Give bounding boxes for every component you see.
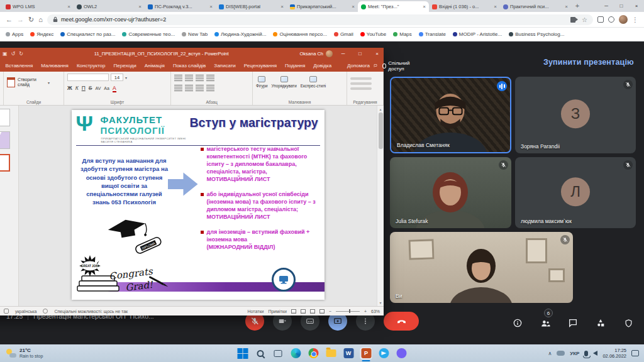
ribbon-tab[interactable]: Вставлення [1,63,37,69]
redo-icon[interactable]: ↻ [19,51,23,57]
bookmark-item[interactable]: Яндекс [30,31,53,37]
browser-tab[interactable]: OWL2× [74,1,145,12]
bookmark-item[interactable]: New Tab [182,31,208,37]
close-icon[interactable]: × [629,0,644,12]
telegram-button[interactable] [378,348,390,359]
browser-tab[interactable]: ПС-Розклад v.3...× [145,1,216,12]
normal-view-icon[interactable] [291,309,296,314]
browser-tab[interactable]: DIS[WEB]-portal× [216,1,287,12]
tray-expand-icon[interactable]: ∧ [548,351,552,356]
word-button[interactable]: W [343,348,355,359]
scroll-down-icon[interactable]: ▾ [379,300,381,305]
zoom-in-icon[interactable]: + [364,309,367,314]
align-right-button[interactable] [196,85,204,91]
ribbon-tab[interactable]: Подання [280,63,309,69]
indent-increase-button[interactable] [206,75,214,81]
browser-menu-icon[interactable]: ⋮ [632,16,638,23]
shapes-button[interactable]: Фігури [256,76,268,88]
notification-center-icon[interactable] [631,350,639,356]
viber-button[interactable] [396,348,408,359]
ppt-close-icon[interactable]: × [370,48,384,60]
ppt-minimize-icon[interactable]: ─ [336,48,350,60]
weather-widget[interactable]: 21°C Rain to stop [0,344,49,362]
ribbon-tab[interactable]: Допомога [343,63,374,69]
bookmark-item[interactable]: Maps [393,31,412,37]
stop-presentation-button[interactable]: Зупинити презентацію [543,58,634,67]
start-button[interactable] [237,348,249,359]
tab-close-icon[interactable]: × [494,4,497,9]
tab-close-icon[interactable]: × [423,4,426,9]
reload-icon[interactable]: ↻ [28,16,34,23]
search-button[interactable] [255,348,267,359]
leave-call-button[interactable] [384,312,419,331]
browser-tab[interactable]: WPG LMS× [3,1,74,12]
undo-icon[interactable]: ↺ [11,51,16,57]
ribbon-tab[interactable]: Рецензування [240,63,280,69]
host-controls-icon[interactable] [623,317,634,329]
bookmark-item[interactable]: Людина-Художній... [214,31,266,37]
slide-canvas[interactable]: Ψ ФАКУЛЬТЕТ ПСИХОЛОГІЇ ПРИКАРПАТСЬКИЙ НА… [72,110,325,300]
comments-icon[interactable] [374,63,377,69]
zoom-slider[interactable] [336,311,360,312]
zoom-level[interactable]: 63% [371,309,380,314]
slide-sorter-icon[interactable] [301,309,306,314]
font-size-box[interactable]: 14 [111,74,123,81]
align-center-button[interactable] [185,85,193,91]
ribbon-tab[interactable]: Малювання [37,63,73,69]
participant-tile[interactable]: Л людмила максим`юк [515,157,636,228]
slide-thumbnail-panel[interactable] [0,106,19,306]
italic-button[interactable]: К [75,85,79,91]
camera-in-use-icon[interactable] [570,17,578,23]
ribbon-tab[interactable]: Переходи [109,63,140,69]
editing-buttons[interactable] [350,77,380,90]
profile-avatar[interactable] [619,15,628,24]
bookmark-item[interactable]: Оцінювання персо... [273,31,326,37]
participant-tile[interactable]: Владислав Сметаняк [390,77,511,153]
tab-close-icon[interactable]: × [67,4,70,9]
bookmark-item[interactable]: YouTube [360,31,386,37]
bookmark-item[interactable]: Gmail [334,31,353,37]
scroll-up-icon[interactable]: ▴ [379,107,381,111]
save-icon[interactable]: ▣ [3,51,8,57]
back-icon[interactable]: ← [6,16,13,23]
bookmark-item[interactable]: MODIP - Aristotle... [453,31,502,37]
slide-thumbnail-selected[interactable] [0,154,10,172]
language-indicator[interactable]: УКР [570,351,579,356]
ribbon-tab[interactable]: Анімація [140,63,169,69]
bookmark-item[interactable]: Translate [419,31,446,37]
char-spacing-button[interactable]: AV [95,86,101,90]
browser-tab[interactable]: Практичний пси...× [500,1,571,12]
tray-clock[interactable]: 17:25 02.06.2022 [602,348,626,359]
activities-icon[interactable] [595,317,606,329]
maximize-icon[interactable]: □ [614,0,629,12]
tab-close-icon[interactable]: × [565,4,568,9]
onedrive-icon[interactable] [557,351,565,356]
arrange-button[interactable]: Упорядкувати [272,76,297,88]
bookmark-item[interactable]: Apps [6,31,23,37]
ribbon-tab[interactable]: Показ слайдів [169,63,209,69]
justify-button[interactable] [206,85,214,91]
powerpoint-taskbar-button[interactable]: P [360,348,372,359]
mic-in-use-icon[interactable] [584,351,588,356]
browser-tab-active[interactable]: Meet: "През..."× [358,1,429,12]
comments-toggle[interactable]: Примітки [268,309,286,314]
share-button[interactable]: Спільний доступ [382,60,413,72]
info-icon[interactable] [512,317,523,329]
status-accessibility[interactable]: Спеціальні можливості: щось не так [54,309,128,314]
participant-tile[interactable]: Julia Stefurak [390,157,511,228]
edge-button[interactable] [290,348,302,359]
bullet-list-button[interactable] [174,75,182,81]
notes-toggle[interactable]: Нотатки [248,309,264,314]
vertical-scrollbar[interactable]: ▴ ▾ [377,106,384,306]
font-name-box[interactable] [67,74,109,81]
strikethrough-button[interactable]: S [89,85,92,91]
url-bar[interactable]: meet.google.com/xrr-coev-ujr?authuser=2 … [47,14,593,25]
underline-button[interactable]: П [82,85,86,91]
chrome-button[interactable] [308,348,319,359]
participant-tile[interactable]: З Зоряна Parandii [515,77,636,153]
zoom-out-icon[interactable]: − [329,309,331,314]
tab-close-icon[interactable]: × [209,4,213,9]
tab-close-icon[interactable]: × [138,4,142,9]
home-icon[interactable]: ⌂ [38,16,43,23]
font-color-button[interactable]: A [113,85,116,92]
